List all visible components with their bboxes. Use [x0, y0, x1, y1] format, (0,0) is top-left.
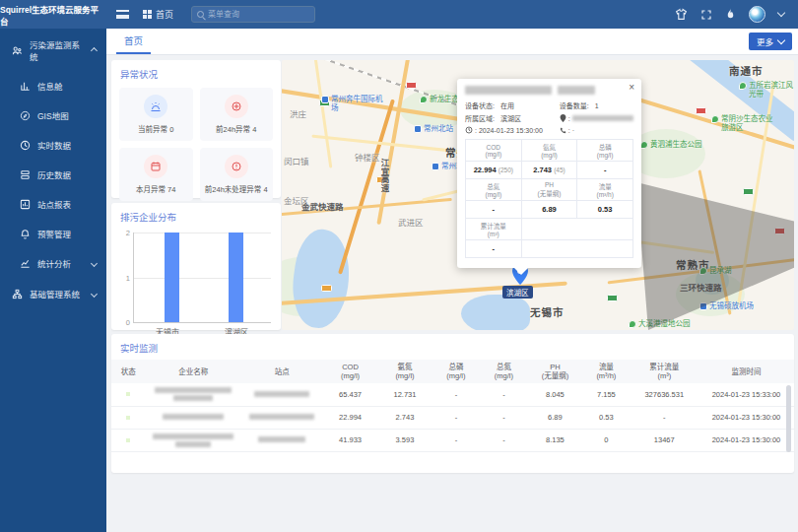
compass-icon [19, 109, 31, 121]
map-canvas[interactable]: 常州市 无锡市 常熟市 南通市 金坛区 武进区 钟楼区 洪庄 闵口镇 金武快速路… [282, 60, 794, 330]
park-icon [420, 96, 428, 103]
bar-chart: 2 1 0 [133, 233, 271, 323]
park-icon [640, 141, 648, 149]
airport-icon [699, 302, 707, 310]
sidebar-item-info-hub[interactable]: 信息舱 [0, 71, 106, 100]
hamburger-icon [116, 10, 129, 19]
sidebar-item-label: 预警管理 [37, 228, 71, 239]
target-icon [225, 95, 248, 118]
hamburger-menu-button[interactable] [116, 10, 129, 19]
road-badge [607, 295, 618, 301]
sidebar-item-label: 历史数据 [37, 168, 71, 180]
stat-label: 前24h未处理异常 4 [205, 183, 268, 194]
top-bar: Squirrel生态环境云服务平台 首页 [0, 0, 798, 29]
sidebar-group-label: 污染源监测系统 [30, 38, 85, 62]
map-poi: 昆承湖 [699, 267, 732, 276]
park-icon [739, 82, 747, 90]
map-city-label: 南通市 [729, 63, 764, 78]
monitor-system-icon [11, 44, 23, 56]
user-avatar[interactable] [749, 6, 765, 23]
table-header-row: 状态 企业名称 站点 COD(mg/l) 氨氮(mg/l) 总磷(mg/l) 总… [111, 360, 794, 383]
sidebar-group-pollution-monitoring[interactable]: 污染源监测系统 [0, 29, 106, 71]
table-row[interactable]: 22.994 2.743 - - 6.89 0.53 - 2024-01-23 … [111, 406, 794, 429]
more-label: 更多 [757, 35, 773, 47]
road-badge [774, 228, 785, 234]
chevron-down-icon [91, 290, 98, 297]
theme-skin-icon[interactable] [675, 8, 688, 21]
close-icon[interactable]: × [629, 83, 634, 93]
sidebar-item-label: GIS地图 [37, 109, 69, 121]
menu-search[interactable] [191, 6, 315, 23]
panel-title: 异常状况 [111, 60, 281, 86]
station-icon [414, 125, 422, 133]
stat-month-abnormal[interactable]: 本月异常 74 [119, 148, 193, 201]
sidebar-item-gis-map[interactable]: GIS地图 [0, 100, 106, 130]
table-scrollbar[interactable] [786, 385, 791, 452]
phone-icon [560, 127, 566, 134]
sidebar-item-label: 统计分析 [37, 257, 71, 269]
map-poi: 黄泗浦生态公园 [640, 141, 702, 150]
popup-title-redacted [465, 86, 633, 95]
popup-info: 设备状态: 在用 设备数量: 1 所属区域: 滨湖区 : : 2024-01-2… [465, 100, 633, 134]
y-tick: 0 [120, 318, 130, 327]
road-badge [696, 107, 706, 114]
alarm-light-icon [144, 95, 167, 118]
stat-current-abnormal[interactable]: 当前异常 0 [119, 88, 193, 141]
app-logo: Squirrel生态环境云服务平台 [0, 0, 106, 29]
more-button[interactable]: 更多 [749, 33, 792, 50]
sidebar-item-label: 实时数据 [37, 139, 71, 151]
map-poi: 无锡硕放机场 [699, 302, 754, 311]
map-poi: 常州奔牛国际机场 [321, 96, 384, 112]
database-icon [19, 168, 31, 180]
fullscreen-icon[interactable] [700, 9, 712, 21]
sidebar-group-label: 基础管理系统 [30, 288, 80, 299]
chevron-down-icon [91, 259, 98, 266]
sidebar-item-alert-management[interactable]: 预警管理 [0, 219, 106, 248]
search-input[interactable] [208, 10, 306, 19]
table-row[interactable]: 41.933 3.593 - - 8.135 0 13467 2024-01-2… [111, 429, 794, 451]
sidebar-item-site-report[interactable]: 站点报表 [0, 189, 106, 219]
park-icon [629, 320, 636, 328]
map-district-label: 武进区 [398, 216, 424, 228]
map-popup: × 设备状态: 在用 设备数量: 1 所属区域: 滨湖区 : : 2024-01… [457, 79, 641, 268]
stat-label: 前24h异常 4 [216, 123, 256, 134]
bar-wuxi [165, 233, 179, 322]
stat-unhandled-abnormal[interactable]: 前24h未处理异常 4 [200, 148, 274, 201]
road-badge [743, 188, 754, 195]
report-icon [19, 198, 31, 210]
map-poi: 五所岩滨江风光带 [739, 82, 794, 99]
stat-label: 本月异常 74 [136, 183, 175, 194]
sitemap-icon [11, 288, 23, 299]
airport-icon [321, 96, 329, 103]
chevron-down-icon[interactable] [777, 9, 785, 17]
map-poi: 常州北站 [414, 125, 453, 134]
clock-icon [465, 126, 473, 134]
breadcrumb-label: 首页 [156, 8, 173, 21]
flame-icon[interactable] [725, 8, 736, 21]
stat-prev24h-abnormal[interactable]: 前24h异常 4 [200, 88, 274, 141]
sidebar-item-history-data[interactable]: 历史数据 [0, 160, 106, 189]
sidebar-item-statistics[interactable]: 统计分析 [0, 248, 106, 278]
sidebar-group-base-management[interactable]: 基础管理系统 [0, 278, 106, 308]
map-road-label: 江宜高速 [378, 159, 390, 192]
tab-bar: 首页 更多 [106, 29, 798, 55]
marker-label: 滨湖区 [502, 286, 533, 299]
breadcrumb[interactable]: 首页 [143, 8, 173, 21]
chevron-up-icon [91, 47, 98, 54]
grid-icon [143, 10, 152, 19]
sidebar-item-realtime-data[interactable]: 实时数据 [0, 130, 106, 160]
main-area: 首页 更多 异常状况 当前异常 0 前24h异 [106, 29, 798, 532]
tab-home[interactable]: 首页 [116, 29, 151, 54]
realtime-monitor-panel: 实时监测 状态 企业名称 站点 COD(mg/l) 氨氮(mg/l) 总磷(mg… [111, 334, 794, 473]
sidebar-item-label: 信息舱 [37, 80, 63, 92]
bar-binhu [229, 233, 243, 322]
dashboard-icon [19, 80, 31, 92]
table-row[interactable]: 65.437 12.731 - - 8.045 7.155 327636.531… [111, 383, 794, 406]
bell-icon [19, 228, 31, 239]
road-badge [321, 285, 332, 292]
location-pin-icon [560, 114, 566, 122]
map-road-label: 三环快速路 [680, 281, 722, 293]
map-poi: 常阴沙生态农业旅游区 [711, 115, 774, 132]
line-chart-icon [19, 257, 31, 269]
map-poi: 大溪港湿地公园 [629, 320, 691, 329]
